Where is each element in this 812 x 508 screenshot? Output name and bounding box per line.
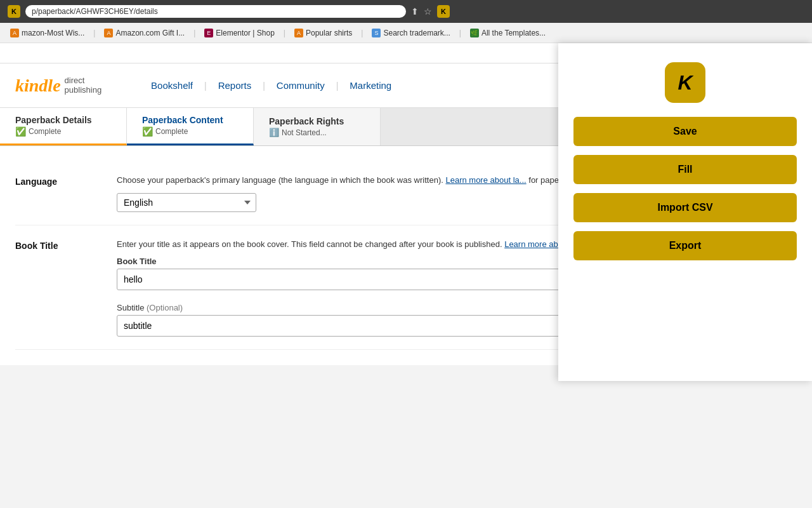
fill-button[interactable]: Fill	[573, 155, 797, 184]
bookmark-sep-3: |	[284, 29, 285, 37]
tab-paperback-rights[interactable]: Paperback Rights ℹ️ Not Started...	[254, 108, 381, 145]
tab-content-status-text: Complete	[155, 127, 188, 136]
bookmark-favicon-2: A	[104, 29, 113, 37]
bookmark-elementor[interactable]: E Elementor | Shop	[199, 27, 280, 39]
language-learn-more-link[interactable]: Learn more about la...	[445, 175, 526, 185]
tab-details-title: Paperback Details	[15, 115, 111, 125]
share-icon[interactable]: ⬆	[411, 6, 419, 17]
export-button[interactable]: Export	[573, 231, 797, 260]
bookmark-popular-shirts[interactable]: A Popular shirts	[289, 27, 357, 39]
subtitle-field-label: Subtitle (Optional)	[117, 303, 625, 312]
bookmark-sep-2: |	[193, 29, 195, 37]
browser-url-bar[interactable]: p/paperback/AGHWF3CH6EY/details	[25, 5, 406, 18]
browser-favicon: K	[8, 5, 20, 18]
language-section: Language Choose your paperback's primary…	[15, 161, 625, 225]
kdp-line2: publishing	[65, 86, 102, 95]
language-content: Choose your paperback's primary language…	[117, 174, 625, 212]
tab-paperback-content[interactable]: Paperback Content ✅ Complete	[127, 108, 254, 145]
nav-reports[interactable]: Reports	[207, 80, 263, 91]
overlay-panel: K Save Fill Import CSV Export	[558, 43, 812, 365]
tab-content-status: ✅ Complete	[142, 126, 238, 137]
browser-action-icons: ⬆ ☆ K	[411, 5, 450, 18]
kdp-nav: Bookshelf | Reports | Community | Market…	[140, 80, 403, 91]
title-field-label: Book Title	[117, 257, 625, 266]
bookmarks-bar: A mazon-Most Wis... | A Amazon.com Gift …	[0, 23, 812, 43]
kdp-tagline: direct publishing	[65, 76, 102, 95]
browser-bar: K p/paperback/AGHWF3CH6EY/details ⬆ ☆ K	[0, 0, 812, 23]
bookmark-favicon-3: E	[204, 29, 213, 37]
extension-icon[interactable]: K	[437, 5, 450, 18]
tab-rights-info-icon: ℹ️	[269, 128, 279, 137]
tab-content-title: Paperback Content	[142, 115, 238, 125]
main-content: Language Choose your paperback's primary…	[0, 146, 641, 365]
bookmark-templates[interactable]: 🌿 All the Templates...	[465, 27, 551, 39]
book-title-input[interactable]	[117, 269, 612, 290]
bookmark-sep-1: |	[93, 29, 95, 37]
bookmark-label-3: Elementor | Shop	[216, 29, 275, 37]
tab-details-status: ✅ Complete	[15, 126, 111, 137]
bookmark-label-5: Search trademark...	[383, 29, 450, 37]
book-title-label: Book Title	[15, 238, 117, 251]
tab-paperback-details[interactable]: Paperback Details ✅ Complete	[0, 108, 127, 145]
bookmark-icon[interactable]: ☆	[424, 6, 432, 17]
tab-details-check-icon: ✅	[15, 126, 26, 137]
subtitle-field-group: Subtitle (Optional)	[117, 303, 625, 337]
bookmark-favicon-6: 🌿	[470, 29, 479, 37]
book-title-desc: Enter your title as it appears on the bo…	[117, 238, 625, 251]
title-field-group: Book Title	[117, 257, 625, 290]
bookmark-favicon-1: A	[10, 29, 19, 37]
kindle-wordmark: kindle	[15, 77, 61, 95]
bookmark-amazon-wise[interactable]: A mazon-Most Wis...	[5, 27, 89, 39]
book-title-content: Enter your title as it appears on the bo…	[117, 238, 625, 337]
bookmark-label-1: mazon-Most Wis...	[22, 29, 84, 37]
bookmark-trademark[interactable]: S Search trademark...	[367, 27, 455, 39]
subtitle-optional-text: (Optional)	[147, 303, 183, 312]
bookmark-sep-4: |	[361, 29, 363, 37]
nav-marketing[interactable]: Marketing	[338, 80, 403, 91]
import-csv-button[interactable]: Import CSV	[573, 193, 797, 222]
bookmark-favicon-4: A	[294, 29, 303, 37]
tab-rights-status: ℹ️ Not Started...	[269, 128, 365, 137]
bookmark-label-6: All the Templates...	[481, 29, 546, 37]
tab-content-check-icon: ✅	[142, 126, 153, 137]
nav-bookshelf[interactable]: Bookshelf	[140, 80, 204, 91]
bookmark-sep-5: |	[459, 29, 461, 37]
overlay-logo: K	[665, 62, 705, 103]
overlay-logo-letter: K	[678, 71, 692, 95]
language-desc: Choose your paperback's primary language…	[117, 174, 625, 187]
kdp-line1: direct	[65, 76, 102, 85]
language-label-text: Language	[15, 174, 117, 187]
save-button[interactable]: Save	[573, 117, 797, 146]
language-select[interactable]: English	[117, 193, 256, 212]
book-title-section: Book Title Enter your title as it appear…	[15, 225, 625, 351]
tab-rights-status-text: Not Started...	[282, 128, 327, 137]
tab-rights-title: Paperback Rights	[269, 116, 365, 126]
bookmark-favicon-5: S	[372, 29, 381, 37]
nav-community[interactable]: Community	[265, 80, 336, 91]
bookmark-label-2: Amazon.com Gift I...	[115, 29, 185, 37]
tab-details-status-text: Complete	[29, 127, 61, 136]
kdp-logo[interactable]: kindle direct publishing	[15, 76, 102, 95]
bookmark-amazon-gift[interactable]: A Amazon.com Gift I...	[99, 27, 190, 39]
bookmark-label-4: Popular shirts	[306, 29, 352, 37]
subtitle-input[interactable]	[117, 315, 612, 337]
